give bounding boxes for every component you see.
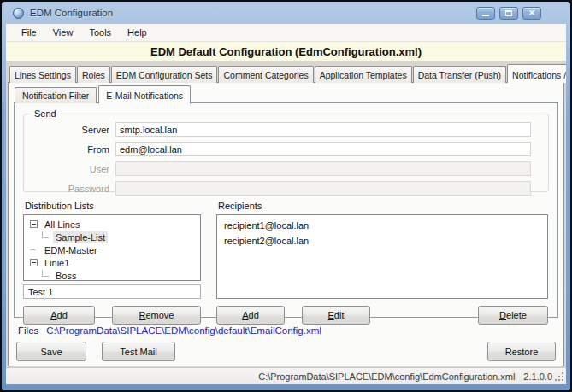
tab-edm-configuration-sets[interactable]: EDM Configuration Sets [111, 66, 218, 83]
distribution-lists-label: Distribution Lists [23, 201, 201, 211]
tab-comment-categories[interactable]: Comment Categories [218, 66, 313, 83]
tree-node-all-lines[interactable]: All Lines [24, 218, 200, 231]
from-row: From [24, 142, 531, 156]
tree-node-label: Sample-List [53, 231, 108, 243]
tab-application-templates[interactable]: Application Templates [315, 66, 412, 83]
from-input[interactable] [115, 142, 531, 156]
tree-node-linie1[interactable]: Linie1 [24, 256, 200, 269]
collapse-icon[interactable] [30, 259, 38, 266]
tree-connector [30, 249, 36, 250]
server-label: Server [24, 125, 109, 135]
lists-region: Distribution Lists All Lines Sample-List [23, 201, 548, 325]
subtab-notification-filter[interactable]: Notification Filter [15, 87, 97, 103]
recipient-item[interactable]: recipient2@local.lan [217, 233, 547, 249]
banner-title: EDM Default Configuration (EdmConfigurat… [150, 45, 422, 58]
tree-node-label: EDM-Master [42, 244, 100, 256]
status-config-path: C:\ProgramData\SIPLACE\EDM\config\EdmCon… [258, 372, 515, 382]
tree-node-edm-master[interactable]: EDM-Master [24, 243, 200, 256]
password-label: Password [24, 184, 109, 194]
window-frame: EDM Configuration ✕ File View Tools Help… [2, 2, 570, 390]
window-title: EDM Configuration [30, 8, 476, 18]
titlebar[interactable]: EDM Configuration ✕ [2, 2, 570, 24]
user-row: User [24, 161, 531, 176]
password-row: Password [24, 181, 531, 196]
email-notifications-panel: Send Server From User [14, 102, 558, 318]
menubar: File View Tools Help [6, 24, 566, 42]
app-icon [13, 8, 24, 19]
tree-node-sample-list[interactable]: Sample-List [24, 231, 200, 243]
recipients-column: Recipients recipient1@local.lan recipien… [216, 201, 548, 325]
distribution-lists-column: Distribution Lists All Lines Sample-List [23, 201, 201, 325]
application-window: EDM Configuration ✕ File View Tools Help… [0, 0, 572, 392]
main-tabstrip: Lines Settings Roles EDM Configuration S… [6, 62, 566, 83]
user-label: User [24, 164, 109, 174]
tree-node-label: All Lines [42, 219, 83, 231]
recipients-buttons-row: Add Edit Delete [216, 306, 548, 325]
maximize-button[interactable] [499, 7, 518, 20]
configuration-banner: EDM Default Configuration (EdmConfigurat… [6, 42, 566, 61]
files-label: Files [18, 325, 38, 336]
minimize-button[interactable] [476, 7, 495, 20]
maximize-icon [505, 10, 512, 16]
add-recipient-button[interactable]: Add [216, 306, 285, 325]
user-input [115, 161, 531, 176]
minimize-icon [482, 15, 489, 16]
tree-node-label: Boss [53, 270, 79, 282]
tab-data-transfer-push[interactable]: Data Transfer (Push) [413, 66, 506, 83]
body-area: Lines Settings Roles EDM Configuration S… [6, 62, 566, 367]
files-row: Files C:\ProgramData\SIPLACE\EDM\config\… [18, 325, 563, 336]
new-list-input[interactable] [23, 284, 201, 299]
distribution-buttons-row: Add Remove [23, 306, 201, 325]
test-mail-button[interactable]: Test Mail [102, 342, 175, 361]
actions-row: Save Test Mail Restore [16, 342, 556, 361]
sub-tabstrip: Notification Filter E-Mail Notifications [9, 83, 563, 103]
recipient-item[interactable]: recipient1@local.lan [217, 218, 547, 233]
from-label: From [24, 144, 109, 155]
tab-notifications-rules[interactable]: Notifications / Rules... [507, 64, 566, 83]
tree-connector [42, 231, 49, 238]
subtab-email-notifications[interactable]: E-Mail Notifications [98, 85, 191, 104]
edit-recipient-button[interactable]: Edit [302, 306, 370, 325]
add-list-button[interactable]: Add [23, 306, 95, 325]
tree-node-boss[interactable]: Boss [24, 269, 200, 281]
recipients-label: Recipients [216, 201, 548, 211]
server-row: Server [24, 122, 531, 137]
resize-grip-icon[interactable] [556, 373, 564, 382]
statusbar: C:\ProgramData\SIPLACE\EDM\config\EdmCon… [6, 367, 566, 384]
menu-tools[interactable]: Tools [81, 25, 120, 40]
tree-connector [42, 270, 49, 277]
close-button[interactable]: ✕ [522, 7, 541, 20]
save-button[interactable]: Save [16, 342, 86, 361]
send-group-label: Send [31, 108, 60, 119]
window-controls: ✕ [476, 7, 541, 20]
close-icon: ✕ [528, 9, 535, 17]
notifications-rules-panel: Notification Filter E-Mail Notifications… [8, 82, 564, 366]
distribution-lists-tree[interactable]: All Lines Sample-List EDM-Master [23, 214, 201, 281]
status-version: 2.1.0.0 [523, 372, 552, 382]
collapse-icon[interactable] [30, 220, 38, 228]
email-config-path-link[interactable]: C:\ProgramData\SIPLACE\EDM\config\defaul… [46, 325, 321, 336]
client-area: File View Tools Help EDM Default Configu… [6, 24, 566, 384]
delete-recipient-button[interactable]: Delete [478, 306, 548, 325]
recipients-list[interactable]: recipient1@local.lan recipient2@local.la… [216, 214, 548, 299]
tree-node-label: Linie1 [42, 257, 72, 269]
send-groupbox: Send Server From User [23, 114, 549, 192]
tab-lines-settings[interactable]: Lines Settings [9, 66, 76, 83]
password-input [115, 181, 531, 196]
menu-view[interactable]: View [45, 25, 82, 40]
restore-button[interactable]: Restore [487, 342, 556, 361]
menu-file[interactable]: File [14, 25, 45, 40]
tab-roles[interactable]: Roles [77, 66, 110, 83]
remove-list-button[interactable]: Remove [112, 306, 201, 325]
server-input[interactable] [115, 122, 531, 137]
menu-help[interactable]: Help [120, 25, 156, 40]
